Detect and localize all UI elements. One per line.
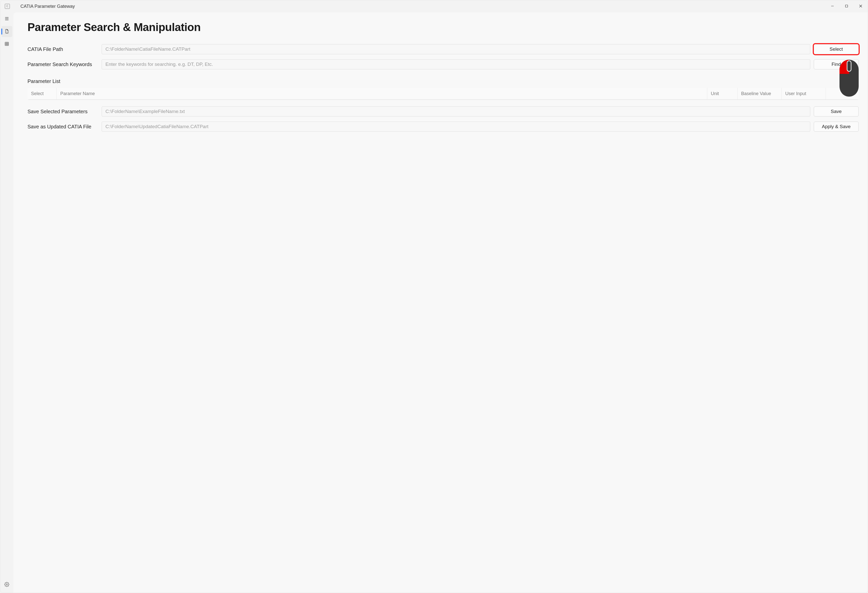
nav-grid-button[interactable]: [1, 38, 12, 50]
parameter-list-heading: Parameter List: [28, 78, 859, 84]
col-user-input: User Input: [782, 88, 826, 99]
save-updated-field[interactable]: [102, 122, 810, 132]
catia-path-field[interactable]: [102, 44, 810, 54]
maximize-icon: [845, 4, 848, 8]
parameter-table: Select Parameter Name Unit Baseline Valu…: [28, 88, 859, 100]
svg-point-12: [6, 584, 7, 585]
table-separator: [28, 99, 859, 100]
nav-page-button[interactable]: [1, 26, 12, 37]
app-window: CATIA Parameter Gateway: [0, 0, 868, 593]
table-header: Select Parameter Name Unit Baseline Valu…: [28, 88, 859, 99]
svg-rect-1: [846, 5, 848, 7]
select-button[interactable]: Select: [814, 44, 859, 54]
minimize-button[interactable]: [825, 1, 840, 12]
grid-icon: [4, 41, 9, 47]
document-icon: [4, 29, 9, 35]
save-selected-field[interactable]: [102, 106, 810, 117]
titlebar-left: CATIA Parameter Gateway: [0, 4, 75, 9]
content-area: Parameter Search & Manipulation CATIA Fi…: [13, 12, 868, 593]
label-keywords: Parameter Search Keywords: [28, 62, 98, 67]
row-keywords: Parameter Search Keywords Find: [28, 59, 859, 69]
maximize-button[interactable]: [840, 1, 854, 12]
col-select: Select: [28, 88, 57, 99]
row-catia-path: CATIA File Path Select: [28, 44, 859, 54]
save-button[interactable]: Save: [814, 106, 859, 117]
settings-button[interactable]: [1, 579, 12, 590]
row-save-updated: Save as Updated CATIA File Apply & Save: [28, 122, 859, 132]
page-title: Parameter Search & Manipulation: [28, 21, 859, 34]
window-controls: [825, 1, 868, 12]
close-icon: [859, 4, 862, 8]
keywords-field[interactable]: [102, 59, 810, 69]
label-save-selected: Save Selected Parameters: [28, 109, 98, 115]
label-save-updated: Save as Updated CATIA File: [28, 124, 98, 130]
minimize-icon: [831, 4, 834, 8]
back-button[interactable]: [5, 4, 10, 9]
nav-menu-button[interactable]: [1, 13, 12, 25]
body: Parameter Search & Manipulation CATIA Fi…: [0, 12, 868, 593]
app-title: CATIA Parameter Gateway: [21, 4, 75, 9]
find-button[interactable]: Find: [814, 59, 859, 69]
label-catia-path: CATIA File Path: [28, 46, 98, 52]
row-save-selected: Save Selected Parameters Save: [28, 106, 859, 117]
col-baseline: Baseline Value: [738, 88, 782, 99]
sidebar: [0, 12, 13, 593]
col-name: Parameter Name: [57, 88, 707, 99]
gear-icon: [4, 582, 9, 588]
titlebar: CATIA Parameter Gateway: [0, 0, 868, 12]
arrow-left-icon: [5, 4, 10, 9]
svg-rect-7: [5, 42, 9, 46]
col-trailing: [826, 88, 859, 99]
close-button[interactable]: [854, 1, 868, 12]
apply-save-button[interactable]: Apply & Save: [814, 122, 859, 132]
hamburger-icon: [4, 16, 9, 22]
col-unit: Unit: [707, 88, 738, 99]
